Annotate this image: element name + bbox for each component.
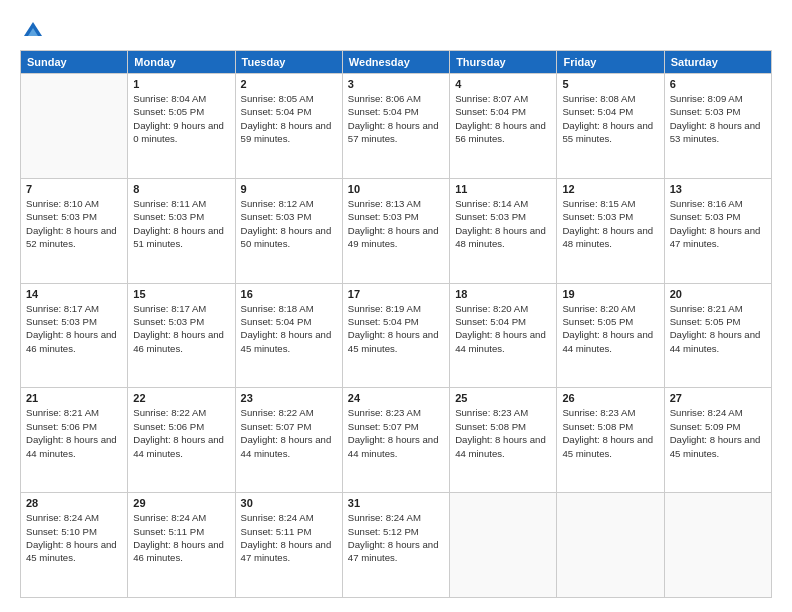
day-info: Sunrise: 8:04 AM Sunset: 5:05 PM Dayligh… bbox=[133, 92, 229, 146]
day-number: 14 bbox=[26, 288, 122, 300]
calendar-cell: 8Sunrise: 8:11 AM Sunset: 5:03 PM Daylig… bbox=[128, 178, 235, 283]
day-number: 22 bbox=[133, 392, 229, 404]
day-info: Sunrise: 8:23 AM Sunset: 5:07 PM Dayligh… bbox=[348, 406, 444, 460]
calendar-cell: 11Sunrise: 8:14 AM Sunset: 5:03 PM Dayli… bbox=[450, 178, 557, 283]
calendar-cell: 25Sunrise: 8:23 AM Sunset: 5:08 PM Dayli… bbox=[450, 388, 557, 493]
day-info: Sunrise: 8:20 AM Sunset: 5:05 PM Dayligh… bbox=[562, 302, 658, 356]
day-info: Sunrise: 8:24 AM Sunset: 5:11 PM Dayligh… bbox=[241, 511, 337, 565]
day-of-week-header: Thursday bbox=[450, 51, 557, 74]
day-number: 21 bbox=[26, 392, 122, 404]
day-number: 4 bbox=[455, 78, 551, 90]
calendar-cell: 29Sunrise: 8:24 AM Sunset: 5:11 PM Dayli… bbox=[128, 493, 235, 598]
calendar-cell: 18Sunrise: 8:20 AM Sunset: 5:04 PM Dayli… bbox=[450, 283, 557, 388]
day-info: Sunrise: 8:16 AM Sunset: 5:03 PM Dayligh… bbox=[670, 197, 766, 251]
calendar-week-row: 21Sunrise: 8:21 AM Sunset: 5:06 PM Dayli… bbox=[21, 388, 772, 493]
day-number: 9 bbox=[241, 183, 337, 195]
day-info: Sunrise: 8:13 AM Sunset: 5:03 PM Dayligh… bbox=[348, 197, 444, 251]
day-info: Sunrise: 8:12 AM Sunset: 5:03 PM Dayligh… bbox=[241, 197, 337, 251]
day-number: 30 bbox=[241, 497, 337, 509]
calendar-cell: 10Sunrise: 8:13 AM Sunset: 5:03 PM Dayli… bbox=[342, 178, 449, 283]
day-number: 17 bbox=[348, 288, 444, 300]
calendar-header-row: SundayMondayTuesdayWednesdayThursdayFrid… bbox=[21, 51, 772, 74]
day-info: Sunrise: 8:06 AM Sunset: 5:04 PM Dayligh… bbox=[348, 92, 444, 146]
calendar-cell: 6Sunrise: 8:09 AM Sunset: 5:03 PM Daylig… bbox=[664, 74, 771, 179]
day-info: Sunrise: 8:22 AM Sunset: 5:06 PM Dayligh… bbox=[133, 406, 229, 460]
calendar-week-row: 14Sunrise: 8:17 AM Sunset: 5:03 PM Dayli… bbox=[21, 283, 772, 388]
day-info: Sunrise: 8:14 AM Sunset: 5:03 PM Dayligh… bbox=[455, 197, 551, 251]
calendar-cell: 20Sunrise: 8:21 AM Sunset: 5:05 PM Dayli… bbox=[664, 283, 771, 388]
calendar-cell: 31Sunrise: 8:24 AM Sunset: 5:12 PM Dayli… bbox=[342, 493, 449, 598]
calendar-cell: 24Sunrise: 8:23 AM Sunset: 5:07 PM Dayli… bbox=[342, 388, 449, 493]
calendar-week-row: 28Sunrise: 8:24 AM Sunset: 5:10 PM Dayli… bbox=[21, 493, 772, 598]
day-info: Sunrise: 8:09 AM Sunset: 5:03 PM Dayligh… bbox=[670, 92, 766, 146]
day-info: Sunrise: 8:19 AM Sunset: 5:04 PM Dayligh… bbox=[348, 302, 444, 356]
day-info: Sunrise: 8:24 AM Sunset: 5:09 PM Dayligh… bbox=[670, 406, 766, 460]
calendar-cell: 21Sunrise: 8:21 AM Sunset: 5:06 PM Dayli… bbox=[21, 388, 128, 493]
day-info: Sunrise: 8:10 AM Sunset: 5:03 PM Dayligh… bbox=[26, 197, 122, 251]
day-number: 19 bbox=[562, 288, 658, 300]
day-info: Sunrise: 8:23 AM Sunset: 5:08 PM Dayligh… bbox=[562, 406, 658, 460]
calendar-cell: 2Sunrise: 8:05 AM Sunset: 5:04 PM Daylig… bbox=[235, 74, 342, 179]
day-number: 25 bbox=[455, 392, 551, 404]
day-info: Sunrise: 8:17 AM Sunset: 5:03 PM Dayligh… bbox=[26, 302, 122, 356]
header bbox=[20, 18, 772, 40]
calendar-cell: 5Sunrise: 8:08 AM Sunset: 5:04 PM Daylig… bbox=[557, 74, 664, 179]
day-number: 29 bbox=[133, 497, 229, 509]
calendar-cell bbox=[557, 493, 664, 598]
day-info: Sunrise: 8:24 AM Sunset: 5:10 PM Dayligh… bbox=[26, 511, 122, 565]
calendar-cell: 28Sunrise: 8:24 AM Sunset: 5:10 PM Dayli… bbox=[21, 493, 128, 598]
day-number: 8 bbox=[133, 183, 229, 195]
day-number: 18 bbox=[455, 288, 551, 300]
calendar-cell: 17Sunrise: 8:19 AM Sunset: 5:04 PM Dayli… bbox=[342, 283, 449, 388]
day-number: 27 bbox=[670, 392, 766, 404]
calendar-cell bbox=[664, 493, 771, 598]
calendar-cell: 7Sunrise: 8:10 AM Sunset: 5:03 PM Daylig… bbox=[21, 178, 128, 283]
calendar-cell bbox=[450, 493, 557, 598]
day-number: 26 bbox=[562, 392, 658, 404]
calendar-cell: 23Sunrise: 8:22 AM Sunset: 5:07 PM Dayli… bbox=[235, 388, 342, 493]
day-number: 12 bbox=[562, 183, 658, 195]
day-of-week-header: Wednesday bbox=[342, 51, 449, 74]
calendar-cell: 26Sunrise: 8:23 AM Sunset: 5:08 PM Dayli… bbox=[557, 388, 664, 493]
calendar-cell: 1Sunrise: 8:04 AM Sunset: 5:05 PM Daylig… bbox=[128, 74, 235, 179]
day-of-week-header: Saturday bbox=[664, 51, 771, 74]
day-of-week-header: Friday bbox=[557, 51, 664, 74]
calendar-cell: 3Sunrise: 8:06 AM Sunset: 5:04 PM Daylig… bbox=[342, 74, 449, 179]
calendar-week-row: 1Sunrise: 8:04 AM Sunset: 5:05 PM Daylig… bbox=[21, 74, 772, 179]
calendar-week-row: 7Sunrise: 8:10 AM Sunset: 5:03 PM Daylig… bbox=[21, 178, 772, 283]
day-number: 24 bbox=[348, 392, 444, 404]
day-number: 31 bbox=[348, 497, 444, 509]
day-number: 13 bbox=[670, 183, 766, 195]
day-info: Sunrise: 8:23 AM Sunset: 5:08 PM Dayligh… bbox=[455, 406, 551, 460]
calendar-cell: 19Sunrise: 8:20 AM Sunset: 5:05 PM Dayli… bbox=[557, 283, 664, 388]
day-info: Sunrise: 8:05 AM Sunset: 5:04 PM Dayligh… bbox=[241, 92, 337, 146]
day-info: Sunrise: 8:11 AM Sunset: 5:03 PM Dayligh… bbox=[133, 197, 229, 251]
day-number: 3 bbox=[348, 78, 444, 90]
calendar-cell: 14Sunrise: 8:17 AM Sunset: 5:03 PM Dayli… bbox=[21, 283, 128, 388]
day-number: 20 bbox=[670, 288, 766, 300]
day-info: Sunrise: 8:21 AM Sunset: 5:06 PM Dayligh… bbox=[26, 406, 122, 460]
day-number: 15 bbox=[133, 288, 229, 300]
calendar-cell: 12Sunrise: 8:15 AM Sunset: 5:03 PM Dayli… bbox=[557, 178, 664, 283]
calendar-cell: 22Sunrise: 8:22 AM Sunset: 5:06 PM Dayli… bbox=[128, 388, 235, 493]
day-number: 5 bbox=[562, 78, 658, 90]
day-of-week-header: Monday bbox=[128, 51, 235, 74]
day-info: Sunrise: 8:15 AM Sunset: 5:03 PM Dayligh… bbox=[562, 197, 658, 251]
day-info: Sunrise: 8:20 AM Sunset: 5:04 PM Dayligh… bbox=[455, 302, 551, 356]
day-number: 10 bbox=[348, 183, 444, 195]
day-number: 23 bbox=[241, 392, 337, 404]
day-number: 7 bbox=[26, 183, 122, 195]
day-info: Sunrise: 8:18 AM Sunset: 5:04 PM Dayligh… bbox=[241, 302, 337, 356]
page: SundayMondayTuesdayWednesdayThursdayFrid… bbox=[0, 0, 792, 612]
logo-icon bbox=[22, 18, 44, 40]
calendar-cell bbox=[21, 74, 128, 179]
day-of-week-header: Tuesday bbox=[235, 51, 342, 74]
day-number: 6 bbox=[670, 78, 766, 90]
calendar-table: SundayMondayTuesdayWednesdayThursdayFrid… bbox=[20, 50, 772, 598]
calendar-cell: 27Sunrise: 8:24 AM Sunset: 5:09 PM Dayli… bbox=[664, 388, 771, 493]
day-info: Sunrise: 8:21 AM Sunset: 5:05 PM Dayligh… bbox=[670, 302, 766, 356]
calendar-cell: 13Sunrise: 8:16 AM Sunset: 5:03 PM Dayli… bbox=[664, 178, 771, 283]
day-number: 16 bbox=[241, 288, 337, 300]
calendar-cell: 30Sunrise: 8:24 AM Sunset: 5:11 PM Dayli… bbox=[235, 493, 342, 598]
day-number: 2 bbox=[241, 78, 337, 90]
